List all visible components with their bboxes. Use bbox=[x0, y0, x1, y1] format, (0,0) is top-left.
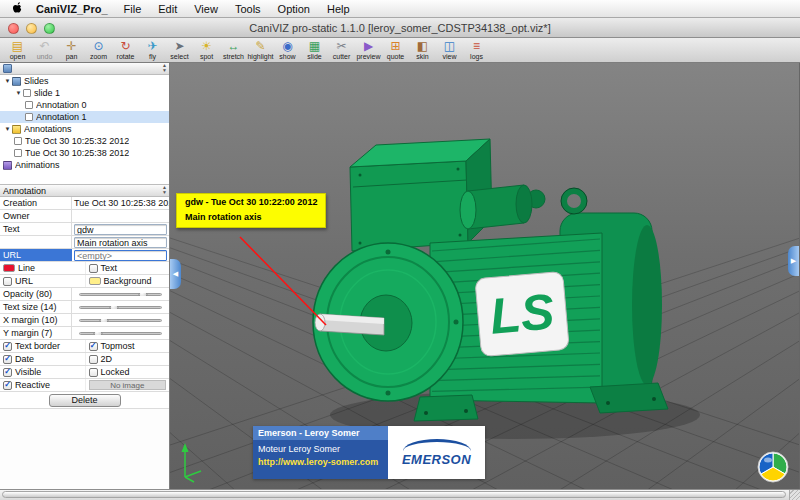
tool-show-button[interactable]: ◉show bbox=[274, 39, 301, 61]
checkbox[interactable]: ✓ bbox=[3, 381, 12, 390]
annotation-tooltip[interactable]: gdw - Tue Oct 30 10:22:00 2012 Main rota… bbox=[176, 193, 326, 228]
slider-thumb[interactable] bbox=[100, 319, 109, 322]
property-input[interactable]: Main rotation axis bbox=[74, 237, 167, 248]
horizontal-scrollbar[interactable] bbox=[0, 489, 800, 500]
checkbox[interactable]: ✓ bbox=[3, 342, 12, 351]
tool-slide-button[interactable]: ▦slide bbox=[301, 39, 328, 61]
property-option-label: Locked bbox=[101, 367, 130, 377]
property-input[interactable]: gdw bbox=[74, 224, 167, 235]
expander-icon[interactable]: ▼ bbox=[3, 78, 12, 84]
tool-cutter-button[interactable]: ✂cutter bbox=[328, 39, 355, 61]
tree-item-slides[interactable]: ▼Slides bbox=[0, 75, 169, 87]
menu-option[interactable]: Option bbox=[278, 3, 310, 15]
apple-menu-icon[interactable] bbox=[10, 2, 24, 15]
tree-item-animations[interactable]: Animations bbox=[0, 159, 169, 171]
titlebar[interactable]: CaniVIZ pro-static 1.1.0 [leroy_somer_CD… bbox=[0, 18, 800, 38]
motor-logo-text: LS bbox=[488, 283, 557, 344]
property-left-cell: ✓Reactive bbox=[0, 379, 85, 391]
color-swatch[interactable] bbox=[3, 264, 15, 272]
tree-item-annotation-0[interactable]: Annotation 0 bbox=[0, 99, 169, 111]
tree-item-tue-oct-30-10-25-32-2012[interactable]: Tue Oct 30 10:25:32 2012 bbox=[0, 135, 169, 147]
tool-spot-button[interactable]: ☀spot bbox=[193, 39, 220, 61]
menu-edit[interactable]: Edit bbox=[158, 3, 177, 15]
property-label: Y margin (7) bbox=[0, 327, 72, 339]
skin-icon: ◧ bbox=[409, 39, 436, 53]
app-menu-name[interactable]: CaniVIZ_Pro_ bbox=[36, 3, 108, 15]
slider[interactable] bbox=[79, 332, 162, 335]
tool-open-button[interactable]: ▤open bbox=[4, 39, 31, 61]
checkbox[interactable]: ✓ bbox=[89, 342, 98, 351]
tool-highlight-button[interactable]: ✎highlight bbox=[247, 39, 274, 61]
property-input[interactable]: <empty> bbox=[74, 250, 167, 261]
tool-zoom-button[interactable]: ⊙zoom bbox=[85, 39, 112, 61]
tool-pan-button[interactable]: ✛pan bbox=[58, 39, 85, 61]
annotation-panel-title: Annotation bbox=[3, 186, 46, 196]
slider[interactable] bbox=[79, 306, 162, 309]
tool-rotate-button[interactable]: ↻rotate bbox=[112, 39, 139, 61]
tree-item-checkbox[interactable] bbox=[23, 89, 31, 97]
tree-item-checkbox[interactable] bbox=[14, 137, 22, 145]
tool-skin-button[interactable]: ◧skin bbox=[409, 39, 436, 61]
slider-thumb[interactable] bbox=[139, 293, 148, 296]
checkbox[interactable] bbox=[89, 355, 98, 364]
next-slide-button[interactable]: ▶ bbox=[788, 246, 799, 276]
tree-item-annotation-1[interactable]: Annotation 1 bbox=[0, 111, 169, 123]
tool-preview-button[interactable]: ▶preview bbox=[355, 39, 382, 61]
banner-subtitle: Moteur Leroy Somer bbox=[253, 440, 388, 454]
chevron-right-icon: ▶ bbox=[791, 257, 796, 265]
tool-select-button[interactable]: ➤select bbox=[166, 39, 193, 61]
delete-button[interactable]: Delete bbox=[49, 394, 121, 407]
slider-thumb[interactable] bbox=[110, 306, 119, 309]
property-row-url: URL<empty> bbox=[0, 249, 169, 262]
3d-viewport[interactable]: LS gdw - Tue Oct 30 10:22:00 2012 Main r… bbox=[170, 63, 799, 489]
expander-icon[interactable]: ▼ bbox=[14, 90, 23, 96]
tool-pan-label: pan bbox=[58, 53, 85, 61]
preview-icon: ▶ bbox=[355, 39, 382, 53]
checkbox[interactable]: ✓ bbox=[3, 368, 12, 377]
tool-stretch-button[interactable]: ↔stretch bbox=[220, 39, 247, 61]
tree-item-checkbox[interactable] bbox=[14, 149, 22, 157]
previous-slide-button[interactable]: ◀ bbox=[170, 259, 181, 289]
checkbox[interactable]: ✓ bbox=[3, 355, 12, 364]
menubar-items: FileEditViewToolsOptionHelp bbox=[124, 3, 367, 15]
tool-logs-button[interactable]: ≡logs bbox=[463, 39, 490, 61]
checkbox[interactable] bbox=[89, 368, 98, 377]
tool-view-button[interactable]: ◫view bbox=[436, 39, 463, 61]
menu-help[interactable]: Help bbox=[327, 3, 350, 15]
main-area: ▲ ▼ ▼Slides▼slide 1Annotation 0Annotatio… bbox=[0, 63, 800, 489]
expander-icon[interactable]: ▼ bbox=[3, 126, 12, 132]
slider[interactable] bbox=[79, 293, 162, 296]
menu-file[interactable]: File bbox=[124, 3, 142, 15]
color-swatch[interactable] bbox=[89, 277, 101, 285]
tool-fly-button[interactable]: ✈fly bbox=[139, 39, 166, 61]
resize-grip[interactable] bbox=[789, 490, 800, 500]
motor-model[interactable]: LS bbox=[313, 139, 700, 439]
zoom-window-icon[interactable] bbox=[44, 23, 55, 34]
tree-item-slide-1[interactable]: ▼slide 1 bbox=[0, 87, 169, 99]
annotation-panel-steppers[interactable]: ▲ ▼ bbox=[162, 185, 167, 195]
checkbox[interactable] bbox=[89, 264, 98, 273]
property-right-cell: Background bbox=[85, 275, 170, 287]
tree-item-checkbox[interactable] bbox=[25, 113, 33, 121]
tree-item-annotations[interactable]: ▼Annotations bbox=[0, 123, 169, 135]
close-window-icon[interactable] bbox=[8, 23, 19, 34]
banner-url-link[interactable]: http://www.leroy-somer.com bbox=[253, 454, 388, 470]
tree-item-tue-oct-30-10-25-38-2012[interactable]: Tue Oct 30 10:25:38 2012 bbox=[0, 147, 169, 159]
checkbox[interactable] bbox=[3, 277, 12, 286]
property-option-label: URL bbox=[15, 276, 33, 286]
tool-undo-button[interactable]: ↶undo bbox=[31, 39, 58, 61]
property-row-value: LineText bbox=[0, 262, 169, 275]
slider-thumb[interactable] bbox=[93, 332, 102, 335]
slides-panel-steppers[interactable]: ▲ ▼ bbox=[162, 63, 167, 73]
tool-quote-button[interactable]: ⊞quote bbox=[382, 39, 409, 61]
property-row-value: URLBackground bbox=[0, 275, 169, 288]
property-left-cell: ✓Text border bbox=[0, 340, 85, 352]
slider[interactable] bbox=[79, 319, 162, 322]
menu-view[interactable]: View bbox=[194, 3, 218, 15]
minimize-window-icon[interactable] bbox=[26, 23, 37, 34]
tree-item-checkbox[interactable] bbox=[25, 101, 33, 109]
menu-tools[interactable]: Tools bbox=[235, 3, 261, 15]
tool-slide-label: slide bbox=[301, 53, 328, 61]
horizontal-scrollbar-thumb[interactable] bbox=[2, 491, 786, 498]
property-value bbox=[72, 293, 169, 296]
